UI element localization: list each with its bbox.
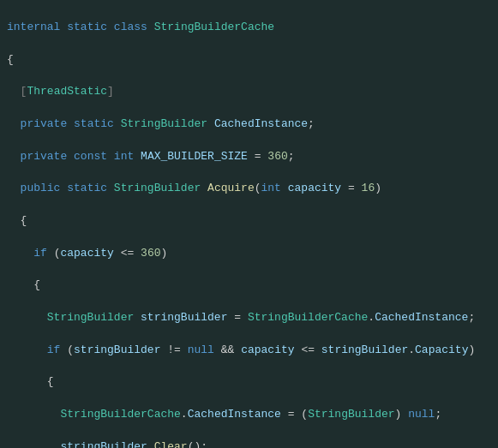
code-line-7: { [7, 213, 491, 230]
code-line-4: private static StringBuilder CachedInsta… [7, 116, 491, 133]
code-line-10: StringBuilder stringBuilder = StringBuil… [7, 310, 491, 326]
code-line-12: { [7, 374, 491, 391]
code-line-5: private const int MAX_BUILDER_SIZE = 360… [7, 149, 491, 165]
code-line-6: public static StringBuilder Acquire(int … [7, 181, 491, 197]
code-line-8: if (capacity <= 360) [7, 246, 491, 262]
code-line-2: { [7, 52, 491, 69]
code-line-11: if (stringBuilder != null && capacity <=… [7, 343, 491, 359]
code-line-13: StringBuilderCache.CachedInstance = (Str… [7, 407, 491, 423]
code-line-9: { [7, 278, 491, 294]
code-editor: internal static class StringBuilderCache… [0, 0, 498, 448]
code-line-3: [ThreadStatic] [7, 84, 491, 100]
code-line-1: internal static class StringBuilderCache [7, 20, 491, 36]
code-line-14: stringBuilder.Clear(); [7, 439, 491, 448]
